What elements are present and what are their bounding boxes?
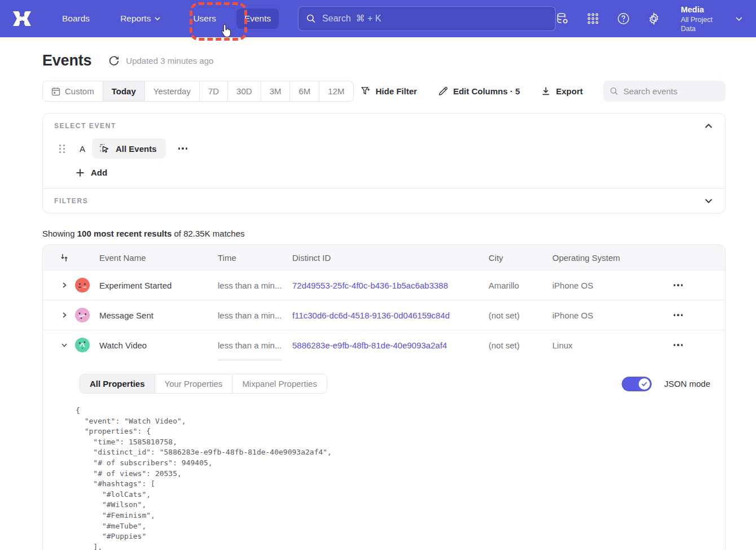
chevron-right-icon[interactable]: [61, 312, 67, 318]
event-more-options-icon[interactable]: [175, 144, 191, 153]
col-header-time[interactable]: Time: [218, 253, 292, 263]
col-header-event-name[interactable]: Event Name: [99, 253, 218, 263]
date-range-label: 30D: [236, 86, 252, 96]
chevron-down-icon: [155, 17, 160, 20]
cell-city: (not set): [489, 311, 552, 320]
refresh-icon[interactable]: [108, 55, 120, 67]
hide-filter-label: Hide Filter: [376, 86, 417, 96]
search-events-box[interactable]: [603, 81, 726, 102]
cell-time: less than a min...: [218, 341, 292, 350]
tab-all-properties[interactable]: All Properties: [80, 374, 155, 393]
json-mode-label: JSON mode: [664, 379, 710, 389]
row-more-options-icon[interactable]: [670, 341, 687, 350]
nav-item-label: Boards: [62, 14, 90, 24]
tab-your-properties[interactable]: Your Properties: [155, 374, 233, 393]
col-header-distinct-id[interactable]: Distinct ID: [292, 253, 489, 263]
properties-tabs: All Properties Your Properties Mixpanel …: [80, 374, 327, 394]
results-summary: Showing 100 most recent results of 82.35…: [42, 229, 726, 238]
nav-item-boards[interactable]: Boards: [54, 8, 98, 29]
project-switcher[interactable]: Media All Project Data: [681, 5, 742, 33]
global-search-input[interactable]: [322, 14, 547, 24]
results-count: 100 most recent results: [77, 229, 172, 238]
date-range-label: 7D: [208, 86, 219, 96]
tab-label: Your Properties: [165, 379, 223, 389]
events-table: Event Name Time Distinct ID City Operati…: [42, 245, 726, 550]
export-button[interactable]: Export: [539, 83, 585, 99]
date-range-yesterday[interactable]: Yesterday: [145, 81, 200, 101]
cell-distinct-id-link[interactable]: 72d49553-25fc-4f0c-b436-1b5ac6ab3388: [292, 281, 489, 290]
chevron-up-icon[interactable]: [705, 124, 713, 129]
global-search[interactable]: [298, 6, 555, 31]
tab-mixpanel-properties[interactable]: Mixpanel Properties: [232, 374, 327, 393]
row-more-options-icon[interactable]: [670, 281, 687, 290]
cell-distinct-id-link[interactable]: 5886283e-e9fb-48fb-81de-40e9093a2af4: [292, 341, 489, 350]
date-range-today[interactable]: Today: [103, 81, 145, 101]
sort-icon[interactable]: [60, 254, 68, 262]
event-selector-row: A All Events: [59, 138, 725, 159]
date-range-7d[interactable]: 7D: [200, 81, 228, 101]
row-more-options-icon[interactable]: [670, 311, 687, 320]
cell-event-name: Watch Video: [99, 341, 218, 350]
nav-item-label: Events: [244, 14, 271, 24]
nav-item-label: Reports: [120, 14, 151, 24]
cell-distinct-id-link[interactable]: f11c30d6-dc6d-4518-9136-0d046159c84d: [292, 311, 489, 320]
cell-city: Amarillo: [489, 281, 552, 290]
date-range-3m[interactable]: 3M: [261, 81, 291, 101]
date-range-label: Yesterday: [153, 86, 191, 96]
data-management-icon[interactable]: [556, 12, 569, 25]
nav-item-events[interactable]: Events: [236, 8, 279, 29]
drag-handle[interactable]: [59, 145, 65, 153]
time-cell-divider: [218, 360, 282, 360]
cell-os: iPhone OS: [552, 281, 643, 290]
date-range-12m[interactable]: 12M: [319, 81, 353, 101]
chevron-right-icon[interactable]: [61, 282, 67, 288]
nav-items: Boards Reports Users Events: [54, 8, 279, 29]
cell-city: (not set): [489, 341, 552, 350]
all-events-chip[interactable]: All Events: [92, 138, 166, 159]
results-prefix: Showing: [42, 229, 77, 238]
date-range-group: Custom Today Yesterday 7D 30D 3M 6M 12M: [42, 81, 354, 102]
col-header-os[interactable]: Operating System: [552, 253, 643, 263]
edit-columns-button[interactable]: Edit Columns · 5: [436, 83, 522, 99]
nav-item-users[interactable]: Users: [185, 8, 223, 29]
table-row[interactable]: Experiment Started less than a min... 72…: [43, 270, 725, 300]
table-header-row: Event Name Time Distinct ID City Operati…: [43, 245, 725, 270]
date-range-label: 6M: [298, 86, 310, 96]
detail-toolbar: All Properties Your Properties Mixpanel …: [80, 374, 710, 394]
all-events-label: All Events: [116, 144, 157, 154]
mixpanel-logo-icon[interactable]: [12, 11, 32, 26]
toggle-knob: [639, 378, 650, 390]
settings-gear-icon[interactable]: [647, 12, 661, 25]
date-range-30d[interactable]: 30D: [228, 81, 261, 101]
table-row-expanded[interactable]: Watch Video less than a min... 5886283e-…: [43, 330, 725, 360]
main-content: Events Updated 3 minutes ago Custom Toda…: [0, 52, 756, 550]
cell-event-name: Message Sent: [99, 311, 218, 320]
nav-item-reports[interactable]: Reports: [112, 8, 168, 29]
event-cursor-icon: [99, 143, 110, 154]
event-avatar: [74, 307, 90, 323]
updated-timestamp: Updated 3 minutes ago: [126, 56, 213, 66]
tab-label: Mixpanel Properties: [242, 379, 317, 389]
json-mode-control: JSON mode: [622, 377, 710, 391]
help-icon[interactable]: [617, 12, 630, 25]
filters-section[interactable]: FILTERS: [43, 189, 725, 213]
date-range-custom[interactable]: Custom: [43, 81, 103, 101]
project-scope: All Project Data: [681, 15, 728, 33]
page-header: Events Updated 3 minutes ago: [42, 52, 726, 69]
col-header-city[interactable]: City: [489, 253, 552, 263]
hide-filter-button[interactable]: Hide Filter: [359, 83, 419, 99]
cell-os: Linux: [552, 341, 643, 350]
date-range-label: 3M: [270, 86, 282, 96]
apps-grid-icon[interactable]: [586, 12, 600, 25]
cell-os: iPhone OS: [552, 311, 643, 320]
chevron-down-icon[interactable]: [61, 342, 67, 348]
add-event-button[interactable]: Add: [76, 168, 107, 177]
table-row[interactable]: Message Sent less than a min... f11c30d6…: [43, 300, 725, 330]
chevron-down-icon[interactable]: [705, 198, 713, 203]
date-range-6m[interactable]: 6M: [290, 81, 319, 101]
search-events-input[interactable]: [623, 86, 719, 96]
edit-columns-label: Edit Columns · 5: [453, 86, 520, 96]
json-mode-toggle[interactable]: [622, 377, 652, 391]
event-avatar: [74, 337, 90, 353]
date-range-label: Today: [112, 86, 136, 96]
